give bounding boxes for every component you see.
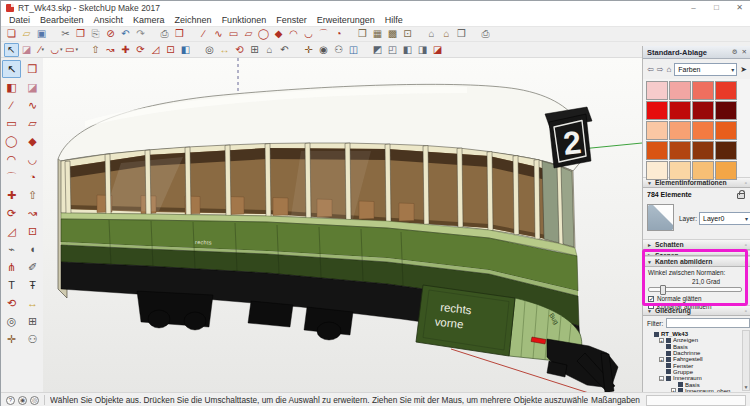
zoom-extents[interactable]: ⊞: [23, 312, 42, 330]
section-menu-icon[interactable]: ▫: [745, 308, 747, 314]
color-swatch[interactable]: [646, 81, 668, 100]
smooth-normals-checkbox[interactable]: [648, 296, 654, 302]
color-swatch[interactable]: [646, 141, 668, 160]
follow-me[interactable]: ↝: [23, 204, 42, 222]
view-right[interactable]: ◨: [415, 43, 430, 57]
color-swatch[interactable]: [692, 141, 714, 160]
color-swatch[interactable]: [715, 141, 737, 160]
rectangle[interactable]: ▭: [226, 27, 241, 41]
two-point-arc[interactable]: ◡: [23, 150, 42, 168]
three-point-arc[interactable]: ⌒: [316, 27, 331, 41]
arc[interactable]: ◡: [49, 43, 64, 57]
pan[interactable]: ↔: [23, 294, 42, 312]
zoom[interactable]: ◎: [2, 312, 21, 330]
arc[interactable]: ◠: [2, 150, 21, 168]
collapse-arrow-icon[interactable]: ▼: [647, 180, 652, 186]
position-camera[interactable]: ✛: [301, 43, 316, 57]
protractor[interactable]: ◖: [23, 240, 42, 258]
open[interactable]: ▱: [19, 27, 34, 41]
menu-item[interactable]: Hilfe: [380, 15, 408, 25]
circle[interactable]: ◯: [2, 132, 21, 150]
menu-item[interactable]: Fenster: [271, 15, 312, 25]
color-swatch[interactable]: [692, 161, 714, 180]
look-around[interactable]: ◉: [316, 43, 331, 57]
menu-item[interactable]: Erweiterungen: [312, 15, 380, 25]
menu-item[interactable]: Zeichnen: [170, 15, 217, 25]
tray-options-icon[interactable]: ⚙: [732, 48, 738, 56]
maximize[interactable]: □: [705, 1, 728, 14]
slider-thumb[interactable]: [660, 285, 666, 295]
move[interactable]: ✚: [2, 186, 21, 204]
two-point-arc[interactable]: ◡: [301, 27, 316, 41]
zoom[interactable]: ◎: [202, 43, 217, 57]
arc[interactable]: ◠: [286, 27, 301, 41]
print[interactable]: ⎙: [157, 27, 172, 41]
make-group[interactable]: ▦: [370, 27, 385, 41]
section-menu-icon[interactable]: ▫: [745, 180, 747, 186]
color-swatch[interactable]: [715, 121, 737, 140]
color-swatch[interactable]: [646, 121, 668, 140]
section-menu-icon[interactable]: ▫: [745, 242, 747, 248]
make-component[interactable]: ❒: [355, 27, 370, 41]
color-swatch[interactable]: [692, 121, 714, 140]
paste[interactable]: ⎘: [88, 27, 103, 41]
tray-close-icon[interactable]: ✕: [742, 48, 747, 56]
color-swatch[interactable]: [669, 161, 691, 180]
warehouse-home[interactable]: ⌂: [424, 27, 439, 41]
freehand[interactable]: ∿: [211, 27, 226, 41]
angle-slider[interactable]: [648, 287, 742, 292]
layer-select[interactable]: Layer0: [699, 212, 750, 225]
scale[interactable]: ◿: [2, 222, 21, 240]
tape-measure[interactable]: ⌁: [2, 240, 21, 258]
eraser[interactable]: ◪: [23, 78, 42, 96]
close[interactable]: ✕: [728, 1, 750, 14]
warehouse-share[interactable]: ⌂: [439, 27, 454, 41]
menu-item[interactable]: Kamera: [128, 15, 170, 25]
dimensions[interactable]: ✐: [23, 258, 42, 276]
color-swatch[interactable]: [715, 101, 737, 120]
paint-bucket[interactable]: ◧: [2, 78, 21, 96]
expander-icon[interactable]: −: [659, 376, 664, 381]
undo[interactable]: ↶: [118, 27, 133, 41]
color-swatch[interactable]: [692, 101, 714, 120]
menu-item[interactable]: Bearbeiten: [35, 15, 89, 25]
cut[interactable]: ✂: [58, 27, 73, 41]
minimize[interactable]: –: [682, 1, 705, 14]
section-header-shadows[interactable]: ► Schatten ▫: [643, 239, 750, 250]
eraser[interactable]: ◪: [19, 43, 34, 57]
collapse-arrow-icon[interactable]: ▼: [647, 308, 652, 314]
freehand[interactable]: ∿: [23, 96, 42, 114]
model-viewport[interactable]: 2 rechts rechts vorne Bug: [43, 58, 642, 392]
section-menu-icon[interactable]: ▫: [745, 259, 747, 265]
walk[interactable]: ⚇: [23, 330, 42, 348]
color-swatch[interactable]: [646, 101, 668, 120]
zoom-window[interactable]: ⊞: [247, 43, 262, 57]
section-plane[interactable]: ◫: [346, 43, 361, 57]
shape[interactable]: ▭: [64, 43, 79, 57]
color-swatch[interactable]: [715, 81, 737, 100]
intersect[interactable]: ▩: [385, 27, 400, 41]
collapse-arrow-icon[interactable]: ►: [647, 242, 652, 248]
paint-bucket[interactable]: ◧: [178, 43, 193, 57]
menu-item[interactable]: Funktionen: [217, 15, 272, 25]
line[interactable]: ∕: [34, 43, 49, 57]
collapse-arrow-icon[interactable]: ▼: [647, 259, 652, 265]
text[interactable]: T: [2, 276, 21, 294]
extension-warehouse[interactable]: ❒: [454, 27, 469, 41]
new[interactable]: ❏: [4, 27, 19, 41]
select[interactable]: ↖: [2, 60, 21, 78]
rectangle[interactable]: ▭: [2, 114, 21, 132]
line[interactable]: ∕: [196, 27, 211, 41]
scale[interactable]: ◿: [148, 43, 163, 57]
color-swatch[interactable]: [692, 81, 714, 100]
view-top[interactable]: ◰: [385, 43, 400, 57]
orbit[interactable]: ⟲: [232, 43, 247, 57]
geolocate[interactable]: ◉: [18, 396, 27, 405]
circle[interactable]: ◯: [256, 27, 271, 41]
model-info[interactable]: ❒: [172, 27, 187, 41]
previous-view[interactable]: ↶: [277, 43, 292, 57]
home-icon[interactable]: ⌂: [666, 65, 671, 74]
tree-scrollbar[interactable]: ▼: [742, 330, 750, 391]
color-swatch[interactable]: [715, 161, 737, 180]
axes[interactable]: ⋔: [2, 258, 21, 276]
